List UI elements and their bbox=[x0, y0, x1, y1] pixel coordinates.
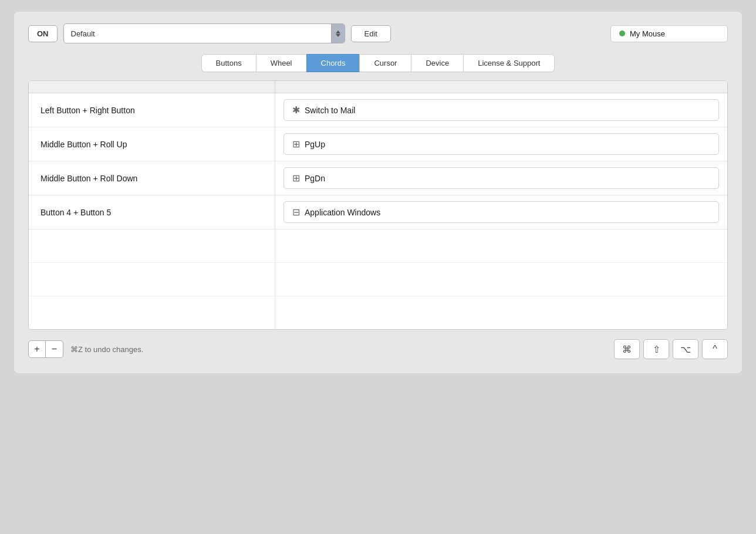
chords-table: Left Button + Right Button ✱ Switch to M… bbox=[28, 80, 728, 330]
col-combo-header bbox=[29, 81, 275, 93]
profile-name: Default bbox=[64, 26, 331, 42]
empty-action bbox=[275, 229, 727, 262]
action-cell-3: ⊟ Application Windows bbox=[275, 195, 727, 229]
tab-buttons[interactable]: Buttons bbox=[201, 54, 256, 72]
table-row: Left Button + Right Button ✱ Switch to M… bbox=[29, 93, 727, 127]
undo-hint: ⌘Z to undo changes. bbox=[70, 345, 143, 354]
table-row: Button 4 + Button 5 ⊟ Application Window… bbox=[29, 195, 727, 229]
action-cell-1: ⊞ PgUp bbox=[275, 127, 727, 161]
combo-label-1: Middle Button + Roll Up bbox=[29, 127, 275, 161]
empty-row bbox=[29, 263, 727, 296]
tab-chords[interactable]: Chords bbox=[306, 54, 360, 72]
device-indicator: My Mouse bbox=[610, 25, 728, 42]
modifier-keys-group: ⌘ ⇧ ⌥ ^ bbox=[614, 339, 728, 359]
combo-label-2: Middle Button + Roll Down bbox=[29, 161, 275, 195]
ctrl-key-button[interactable]: ^ bbox=[702, 339, 728, 359]
col-action-header bbox=[275, 81, 727, 93]
action-label-0: Switch to Mail bbox=[305, 106, 355, 115]
table-header bbox=[29, 81, 727, 93]
empty-row bbox=[29, 229, 727, 263]
action-icon-0: ✱ bbox=[292, 104, 300, 116]
profile-select-wrapper[interactable]: Default bbox=[63, 23, 345, 43]
action-icon-1: ⊞ bbox=[292, 138, 300, 150]
action-button-0[interactable]: ✱ Switch to Mail bbox=[284, 99, 719, 121]
device-status-dot bbox=[619, 31, 625, 36]
cmd-key-button[interactable]: ⌘ bbox=[614, 339, 640, 359]
action-button-1[interactable]: ⊞ PgUp bbox=[284, 133, 719, 155]
tab-device[interactable]: Device bbox=[411, 54, 463, 72]
app-container: ON Default Edit My Mouse Buttons Wheel C… bbox=[14, 12, 742, 373]
action-button-3[interactable]: ⊟ Application Windows bbox=[284, 201, 719, 223]
arrow-up-icon bbox=[336, 31, 340, 33]
action-icon-2: ⊞ bbox=[292, 173, 300, 184]
option-key-button[interactable]: ⌥ bbox=[673, 339, 698, 359]
add-chord-button[interactable]: + bbox=[28, 340, 46, 358]
arrow-down-icon bbox=[336, 34, 340, 37]
action-label-1: PgUp bbox=[305, 140, 325, 149]
empty-combo bbox=[29, 263, 275, 296]
action-label-2: PgDn bbox=[305, 174, 325, 183]
empty-combo bbox=[29, 296, 275, 329]
tab-cursor[interactable]: Cursor bbox=[359, 54, 411, 72]
profile-arrows[interactable] bbox=[331, 24, 345, 43]
empty-combo bbox=[29, 229, 275, 262]
empty-action bbox=[275, 263, 727, 296]
device-name: My Mouse bbox=[630, 29, 665, 38]
empty-row bbox=[29, 296, 727, 329]
action-cell-2: ⊞ PgDn bbox=[275, 161, 727, 195]
action-label-3: Application Windows bbox=[305, 208, 380, 217]
empty-action bbox=[275, 296, 727, 329]
table-row: Middle Button + Roll Up ⊞ PgUp bbox=[29, 127, 727, 161]
on-button[interactable]: ON bbox=[28, 25, 58, 42]
action-icon-3: ⊟ bbox=[292, 207, 300, 218]
action-cell-0: ✱ Switch to Mail bbox=[275, 93, 727, 127]
combo-label-3: Button 4 + Button 5 bbox=[29, 195, 275, 229]
edit-button[interactable]: Edit bbox=[351, 25, 391, 42]
remove-chord-button[interactable]: − bbox=[46, 340, 63, 358]
table-row: Middle Button + Roll Down ⊞ PgDn bbox=[29, 161, 727, 195]
combo-label-0: Left Button + Right Button bbox=[29, 93, 275, 127]
bottom-bar: + − ⌘Z to undo changes. ⌘ ⇧ ⌥ ^ bbox=[28, 339, 728, 359]
tab-license[interactable]: License & Support bbox=[463, 54, 555, 72]
tabs-bar: Buttons Wheel Chords Cursor Device Licen… bbox=[28, 54, 728, 72]
tab-wheel[interactable]: Wheel bbox=[256, 54, 306, 72]
add-remove-group: + − bbox=[28, 340, 63, 358]
top-bar: ON Default Edit My Mouse bbox=[28, 23, 728, 43]
action-button-2[interactable]: ⊞ PgDn bbox=[284, 167, 719, 189]
shift-key-button[interactable]: ⇧ bbox=[643, 339, 669, 359]
